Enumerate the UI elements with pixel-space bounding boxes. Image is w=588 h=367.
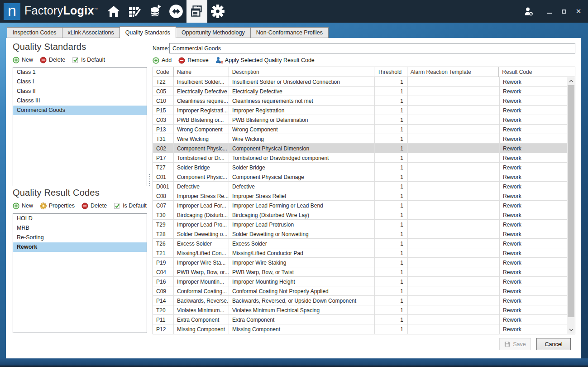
cell-result-code: Rework — [500, 286, 568, 295]
cell-alarm-reaction-template — [408, 248, 500, 257]
table-row[interactable]: C03PWB Blistering or...PWB Blistering or… — [153, 115, 575, 125]
cell-description: Component Physical Damage — [229, 172, 375, 181]
cell-name: Improper Mountin... — [174, 277, 229, 286]
chevron-up-icon — [569, 80, 574, 82]
result-codes-delete-button[interactable]: Delete — [81, 203, 107, 209]
list-item[interactable]: Class I — [13, 77, 147, 87]
table-row[interactable]: C08Improper Stress Re...Improper Stress … — [153, 191, 575, 201]
add-row-button[interactable]: Add — [153, 57, 172, 64]
list-item[interactable]: HOLD — [13, 214, 147, 223]
minus-circle-icon — [178, 57, 185, 64]
list-item[interactable]: Re-Sorting — [13, 233, 147, 242]
list-item[interactable]: Rework — [13, 242, 147, 252]
result-codes-is-default-button[interactable]: Is Default — [114, 203, 147, 209]
result-codes-new-button[interactable]: New — [13, 203, 33, 209]
table-row[interactable]: C02Component Physic...Component Physical… — [153, 144, 575, 153]
table-row[interactable]: T31Wire WickingWire Wicking1Rework — [153, 134, 575, 144]
maximize-button[interactable] — [559, 6, 569, 16]
cell-description: Missing Component — [229, 324, 375, 334]
tab-non-conformance-profiles[interactable]: Non-Conformance Profiles — [250, 27, 329, 38]
result-codes-properties-button[interactable]: Properties — [40, 203, 75, 209]
design-icon[interactable] — [124, 0, 145, 23]
home-icon[interactable] — [103, 0, 124, 23]
standards-is-default-button[interactable]: Is Default — [72, 57, 105, 63]
column-header-description[interactable]: Description — [229, 67, 374, 77]
table-row[interactable]: T28Solder Dewetting o...Solder Dewetting… — [153, 229, 575, 239]
column-header-threshold[interactable]: Threshold — [374, 67, 407, 77]
table-row[interactable]: C04PWB Warp, Bow, or...PWB Warp, Bow, or… — [153, 267, 575, 277]
minus-circle-icon — [40, 57, 47, 63]
list-item[interactable]: MRB — [13, 223, 147, 233]
table-row[interactable]: P15Improper Registrati...Improper Regist… — [153, 106, 575, 115]
tab-quality-standards[interactable]: Quality Standards — [120, 26, 176, 38]
standards-delete-button[interactable]: Delete — [40, 57, 65, 63]
vertical-scrollbar[interactable] — [567, 77, 575, 334]
cancel-button[interactable]: Cancel — [536, 338, 571, 350]
tab-inspection-codes[interactable]: Inspection Codes — [7, 27, 62, 38]
table-row[interactable]: P13Wrong ComponentWrong Component1Rework — [153, 125, 575, 134]
close-button[interactable]: ✕ — [574, 6, 583, 16]
cell-result-code: Rework — [500, 77, 568, 86]
table-row[interactable]: P19Improper Wire Sta...Improper Wire Sta… — [153, 258, 575, 267]
documents-icon[interactable] — [186, 0, 207, 23]
standards-new-button[interactable]: New — [13, 57, 33, 63]
table-row[interactable]: T22Insufficient Solder...Insufficient So… — [153, 77, 575, 87]
cell-name: Missing Component — [174, 324, 229, 334]
settings-gear-icon[interactable] — [207, 0, 228, 23]
cell-alarm-reaction-template — [408, 77, 500, 86]
list-item[interactable]: Classs III — [13, 96, 147, 106]
table-row[interactable]: P14Backwards, Reverse...Backwards, Rever… — [153, 296, 575, 305]
column-header-alarm[interactable]: Alarm Reaction Template — [407, 67, 499, 77]
tab-opportunity-methodology[interactable]: Opportunity Methodology — [176, 27, 251, 38]
cell-description: Insufficient Solder or Unsoldered Connec… — [229, 77, 375, 86]
table-row[interactable]: C01Component Physic...Component Physical… — [153, 172, 575, 182]
column-header-name[interactable]: Name — [174, 67, 229, 77]
cell-code: C09 — [153, 286, 174, 295]
table-row[interactable]: C09Conformal Coating...Conformal Coating… — [153, 286, 575, 296]
panel-splitter[interactable] — [148, 174, 150, 215]
cell-alarm-reaction-template — [408, 144, 500, 153]
table-row[interactable]: T21Missing/Lifted Con...Missing/Lifted C… — [153, 248, 575, 258]
list-item[interactable]: Class II — [13, 87, 147, 96]
cell-threshold: 1 — [375, 134, 408, 143]
scrollbar-thumb[interactable] — [568, 85, 574, 317]
cell-alarm-reaction-template — [408, 315, 500, 324]
minimize-button[interactable] — [545, 6, 555, 16]
column-header-spacer — [567, 67, 575, 77]
table-row[interactable]: P12Missing ComponentMissing Component1Re… — [153, 324, 575, 334]
tab-xlink-associations[interactable]: xLink Associations — [62, 27, 120, 38]
table-row[interactable]: P17Tombstoned or Dr...Tombstoned or Draw… — [153, 153, 575, 163]
cell-threshold: 1 — [375, 277, 408, 286]
name-input[interactable] — [169, 43, 575, 53]
remove-row-button[interactable]: Remove — [178, 57, 209, 64]
list-item[interactable]: Commercial Goods — [13, 106, 147, 115]
table-row[interactable]: T26Excess SolderExcess Solder1Rework — [153, 239, 575, 248]
logout-user-icon[interactable] — [524, 6, 534, 16]
transfer-icon[interactable] — [166, 0, 186, 23]
apply-result-code-button[interactable]: AB Apply Selected Quality Result Code — [215, 57, 315, 64]
scroll-down-button[interactable] — [567, 326, 575, 334]
cell-threshold: 1 — [375, 163, 408, 172]
scroll-up-button[interactable] — [567, 77, 575, 85]
table-row[interactable]: C05Electrically DefectiveElectrically De… — [153, 87, 575, 96]
table-row[interactable]: P16Improper Mountin...Improper Mounting … — [153, 277, 575, 286]
cell-name: Wire Wicking — [174, 134, 229, 143]
cell-name: Improper Lead For... — [174, 201, 229, 210]
table-row[interactable]: T29Improper Lead Pro...Improper Lead Pro… — [153, 220, 575, 229]
save-button[interactable]: Save — [499, 338, 531, 350]
column-header-code[interactable]: Code — [153, 67, 174, 77]
materials-icon[interactable] — [145, 0, 166, 23]
cell-name: PWB Blistering or... — [174, 115, 229, 124]
table-row[interactable]: D001DefectiveDefective1Rework — [153, 182, 575, 191]
cell-description: Improper Lead Forming or Lead Bend — [229, 201, 375, 210]
frame-bottom-strip — [0, 358, 588, 367]
list-item[interactable]: Class 1 — [13, 68, 147, 77]
table-row[interactable]: T30Birdcaging (Disturb...Birdcaging (Dis… — [153, 210, 575, 220]
table-row[interactable]: T27Solder BridgeSolder Bridge1Rework — [153, 163, 575, 172]
table-row[interactable]: T20Violates Minimum...Violates Minimum E… — [153, 305, 575, 315]
table-row[interactable]: C10Cleanliness require...Cleanliness req… — [153, 96, 575, 106]
cell-name: Conformal Coating... — [174, 286, 229, 295]
column-header-result[interactable]: Result Code — [499, 67, 567, 77]
table-row[interactable]: P11Extra ComponentExtra Component1Rework — [153, 315, 575, 324]
table-row[interactable]: C07Improper Lead For...Improper Lead For… — [153, 201, 575, 210]
